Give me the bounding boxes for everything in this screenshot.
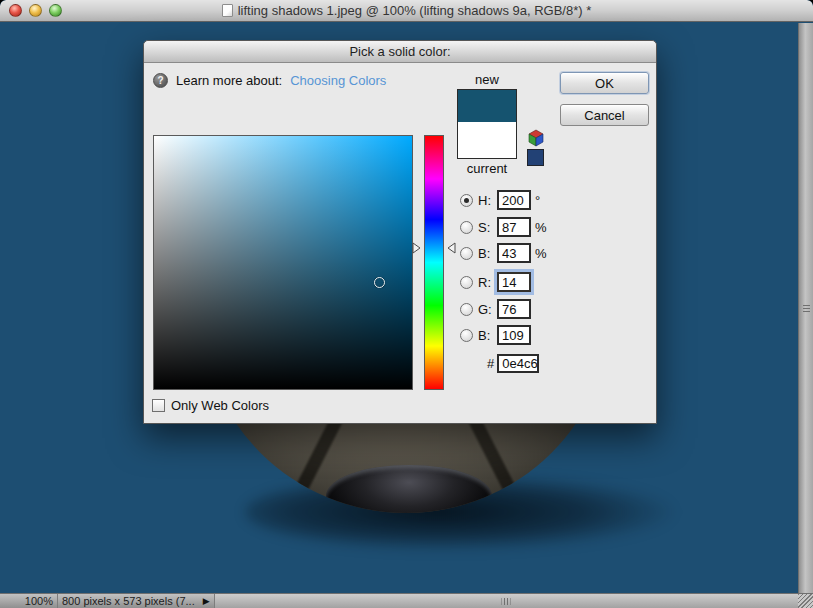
choosing-colors-link[interactable]: Choosing Colors (290, 73, 386, 88)
hex-input[interactable] (497, 354, 539, 373)
hue-slider-arrow-left[interactable] (412, 242, 421, 254)
field-row-b2: B: (460, 325, 590, 345)
input-g[interactable] (497, 299, 531, 319)
hex-row: # (487, 354, 539, 373)
radio-b2[interactable] (460, 329, 473, 342)
web-color-cube-icon[interactable] (527, 129, 545, 147)
color-field-marker[interactable] (374, 277, 385, 288)
zoom-button[interactable] (49, 4, 62, 17)
help-prefix: Learn more about: (176, 73, 282, 88)
status-menu-arrow-icon[interactable]: ▶ (199, 594, 215, 608)
resize-grip[interactable] (798, 594, 813, 608)
document-icon (222, 4, 233, 17)
radio-s[interactable] (460, 221, 473, 234)
color-swatch (457, 89, 517, 159)
only-web-colors-row[interactable]: Only Web Colors (152, 398, 269, 413)
label-r: R: (478, 275, 497, 290)
window-title: lifting shadows 1.jpeg @ 100% (lifting s… (238, 3, 592, 18)
new-color-label: new (457, 72, 517, 87)
field-row-b: B: % (460, 243, 590, 263)
dialog-title: Pick a solid color: (349, 44, 450, 59)
input-b2[interactable] (497, 325, 531, 345)
field-row-g: G: (460, 299, 590, 319)
help-row: ? Learn more about: Choosing Colors (153, 73, 386, 88)
document-dimensions: 800 pixels x 573 pixels (7... (58, 594, 199, 608)
radio-b[interactable] (460, 247, 473, 260)
hue-slider[interactable] (424, 135, 444, 390)
websafe-color-swatch[interactable] (527, 149, 544, 166)
new-color-swatch (458, 90, 516, 124)
horizontal-scrollbar[interactable] (215, 594, 798, 608)
input-h[interactable] (497, 190, 531, 210)
horizontal-scrollbar-grip[interactable] (502, 598, 511, 605)
only-web-colors-checkbox[interactable] (152, 399, 165, 412)
dialog-titlebar[interactable]: Pick a solid color: (144, 41, 656, 63)
unit-s: % (535, 220, 547, 235)
vertical-scrollbar[interactable] (798, 23, 813, 593)
zoom-level-field[interactable]: 100% (0, 594, 58, 608)
status-bar: 100% 800 pixels x 573 pixels (7... ▶ (0, 593, 813, 608)
field-row-h: H: ° (460, 190, 590, 210)
label-h: H: (478, 193, 497, 208)
help-icon: ? (153, 73, 168, 88)
color-picker-dialog: Pick a solid color: ? Learn more about: … (143, 40, 657, 424)
only-web-colors-label: Only Web Colors (171, 398, 269, 413)
radio-h[interactable] (460, 194, 473, 207)
unit-b: % (535, 246, 547, 261)
input-s[interactable] (497, 217, 531, 237)
current-color-swatch[interactable] (458, 122, 516, 158)
window-title-group: lifting shadows 1.jpeg @ 100% (lifting s… (222, 3, 592, 18)
photoshop-document-window: lifting shadows 1.jpeg @ 100% (lifting s… (0, 0, 813, 608)
label-g: G: (478, 302, 497, 317)
current-color-label: current (457, 161, 517, 176)
close-button[interactable] (9, 4, 22, 17)
input-r[interactable] (497, 272, 531, 292)
input-b[interactable] (497, 243, 531, 263)
traffic-lights (9, 4, 62, 17)
minimize-button[interactable] (29, 4, 42, 17)
field-row-r: R: (460, 272, 590, 292)
radio-r[interactable] (460, 276, 473, 289)
vertical-scrollbar-grip[interactable] (803, 305, 810, 312)
label-s: S: (478, 220, 497, 235)
radio-g[interactable] (460, 303, 473, 316)
field-row-s: S: % (460, 217, 590, 237)
window-titlebar[interactable]: lifting shadows 1.jpeg @ 100% (lifting s… (0, 0, 813, 22)
unit-h: ° (535, 193, 540, 208)
label-b2: B: (478, 328, 497, 343)
cancel-button[interactable]: Cancel (560, 104, 649, 126)
hex-label: # (487, 356, 494, 371)
label-b: B: (478, 246, 497, 261)
hue-slider-arrow-right[interactable] (447, 242, 456, 254)
saturation-brightness-field[interactable] (153, 135, 413, 390)
ok-button[interactable]: OK (560, 72, 649, 94)
